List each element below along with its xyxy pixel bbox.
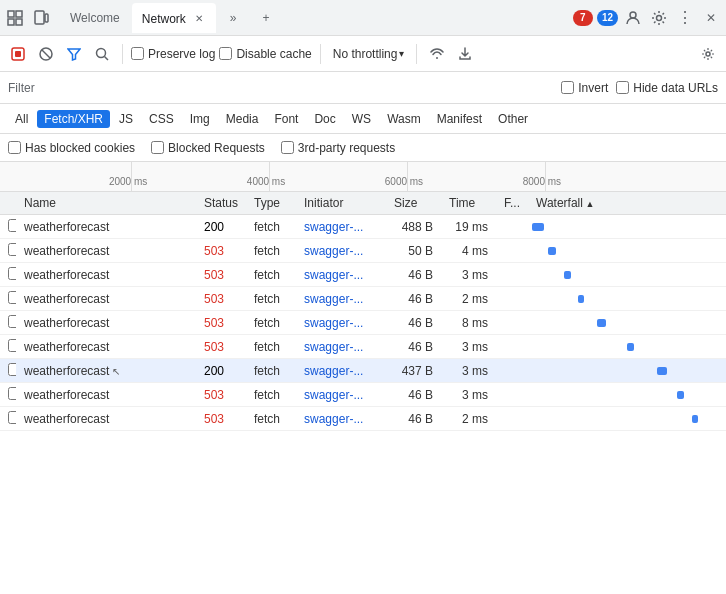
blocked-requests-checkbox[interactable]: Blocked Requests [151, 141, 265, 155]
row-initiator[interactable]: swagger-... [296, 239, 386, 263]
type-btn-css[interactable]: CSS [142, 110, 181, 128]
tab-welcome[interactable]: Welcome [60, 3, 130, 33]
table-row[interactable]: weatherforecast503fetchswagger-...50 B4 … [0, 239, 726, 263]
tab-more-button[interactable]: » [220, 3, 247, 33]
hide-data-urls-checkbox[interactable]: Hide data URLs [616, 81, 718, 95]
clear-button[interactable] [34, 42, 58, 66]
table-row[interactable]: weatherforecast503fetchswagger-...46 B8 … [0, 311, 726, 335]
row-checkbox[interactable] [8, 291, 16, 304]
waterfall-bar [564, 271, 571, 279]
row-initiator[interactable]: swagger-... [296, 263, 386, 287]
row-size: 46 B [386, 383, 441, 407]
col-header-f[interactable]: F... [496, 192, 528, 215]
preserve-log-checkbox[interactable]: Preserve log [131, 47, 215, 61]
type-btn-ws[interactable]: WS [345, 110, 378, 128]
row-name-text: weatherforecast [24, 412, 109, 426]
blocked-cookies-checkbox[interactable]: Has blocked cookies [8, 141, 135, 155]
table-row[interactable]: weatherforecast503fetchswagger-...46 B3 … [0, 263, 726, 287]
type-btn-js[interactable]: JS [112, 110, 140, 128]
add-tab-icon: + [263, 11, 270, 25]
disable-cache-input[interactable] [219, 47, 232, 60]
row-name-text: weatherforecast [24, 244, 109, 258]
row-checkbox[interactable] [8, 411, 16, 424]
col-header-name[interactable]: Name [16, 192, 196, 215]
table-scroll-area[interactable]: Name Status Type Initiator Size Time F..… [0, 192, 726, 594]
col-header-time[interactable]: Time [441, 192, 496, 215]
table-row[interactable]: weatherforecast503fetchswagger-...46 B3 … [0, 335, 726, 359]
third-party-requests-input[interactable] [281, 141, 294, 154]
more-tabs-icon: » [230, 11, 237, 25]
row-checkbox[interactable] [8, 363, 16, 376]
row-checkbox[interactable] [8, 243, 16, 256]
third-party-requests-checkbox[interactable]: 3rd-party requests [281, 141, 395, 155]
type-btn-wasm[interactable]: Wasm [380, 110, 428, 128]
type-btn-doc[interactable]: Doc [307, 110, 342, 128]
row-initiator[interactable]: swagger-... [296, 287, 386, 311]
row-checkbox[interactable] [8, 387, 16, 400]
tab-add-button[interactable]: + [253, 3, 280, 33]
col-header-status[interactable]: Status [196, 192, 246, 215]
network-conditions-button[interactable] [425, 42, 449, 66]
row-name-text: weatherforecast [24, 316, 109, 330]
svg-point-12 [97, 48, 106, 57]
record-button[interactable] [6, 42, 30, 66]
row-size: 488 B [386, 215, 441, 239]
row-waterfall [528, 335, 726, 359]
tab-network-label: Network [142, 12, 186, 26]
network-settings-button[interactable] [696, 42, 720, 66]
table-row[interactable]: weatherforecast503fetchswagger-...46 B2 … [0, 407, 726, 431]
col-header-initiator[interactable]: Initiator [296, 192, 386, 215]
type-btn-img[interactable]: Img [183, 110, 217, 128]
row-type: fetch [246, 383, 296, 407]
row-initiator[interactable]: swagger-... [296, 215, 386, 239]
row-checkbox[interactable] [8, 267, 16, 280]
invert-input[interactable] [561, 81, 574, 94]
row-waterfall [528, 383, 726, 407]
row-initiator[interactable]: swagger-... [296, 359, 386, 383]
device-icon[interactable] [30, 7, 52, 29]
toolbar-separator-3 [416, 44, 417, 64]
col-header-waterfall[interactable]: Waterfall [528, 192, 726, 215]
blocked-bar: Has blocked cookies Blocked Requests 3rd… [0, 134, 726, 162]
col-header-size[interactable]: Size [386, 192, 441, 215]
blocked-cookies-input[interactable] [8, 141, 21, 154]
row-checkbox[interactable] [8, 315, 16, 328]
tab-network-close[interactable]: ✕ [192, 12, 206, 26]
blocked-cookies-label: Has blocked cookies [25, 141, 135, 155]
type-btn-manifest[interactable]: Manifest [430, 110, 489, 128]
invert-checkbox[interactable]: Invert [561, 81, 608, 95]
tab-network[interactable]: Network ✕ [132, 3, 216, 33]
filter-toggle-button[interactable] [62, 42, 86, 66]
table-row[interactable]: weatherforecast503fetchswagger-...46 B2 … [0, 287, 726, 311]
blocked-requests-input[interactable] [151, 141, 164, 154]
table-row[interactable]: weatherforecast200fetchswagger-...488 B1… [0, 215, 726, 239]
type-btn-media[interactable]: Media [219, 110, 266, 128]
row-checkbox[interactable] [8, 339, 16, 352]
error-badge[interactable]: 7 [573, 10, 593, 26]
row-initiator[interactable]: swagger-... [296, 407, 386, 431]
message-count: 12 [602, 12, 613, 23]
table-row[interactable]: weatherforecast503fetchswagger-...46 B3 … [0, 383, 726, 407]
more-options-icon[interactable]: ⋮ [674, 7, 696, 29]
type-btn-all[interactable]: All [8, 110, 35, 128]
close-devtools-icon[interactable]: ✕ [700, 7, 722, 29]
import-button[interactable] [453, 42, 477, 66]
throttle-dropdown[interactable]: No throttling ▾ [329, 45, 409, 63]
search-button[interactable] [90, 42, 114, 66]
settings-gear-icon[interactable] [648, 7, 670, 29]
type-btn-font[interactable]: Font [267, 110, 305, 128]
preserve-log-input[interactable] [131, 47, 144, 60]
hide-data-urls-input[interactable] [616, 81, 629, 94]
type-btn-other[interactable]: Other [491, 110, 535, 128]
inspect-icon[interactable] [4, 7, 26, 29]
disable-cache-checkbox[interactable]: Disable cache [219, 47, 311, 61]
row-initiator[interactable]: swagger-... [296, 335, 386, 359]
row-initiator[interactable]: swagger-... [296, 383, 386, 407]
type-btn-fetch-xhr[interactable]: Fetch/XHR [37, 110, 110, 128]
col-header-type[interactable]: Type [246, 192, 296, 215]
row-initiator[interactable]: swagger-... [296, 311, 386, 335]
table-row[interactable]: weatherforecast ↖200fetchswagger-...437 … [0, 359, 726, 383]
person-icon[interactable] [622, 7, 644, 29]
message-badge[interactable]: 12 [597, 10, 618, 26]
row-checkbox[interactable] [8, 219, 16, 232]
